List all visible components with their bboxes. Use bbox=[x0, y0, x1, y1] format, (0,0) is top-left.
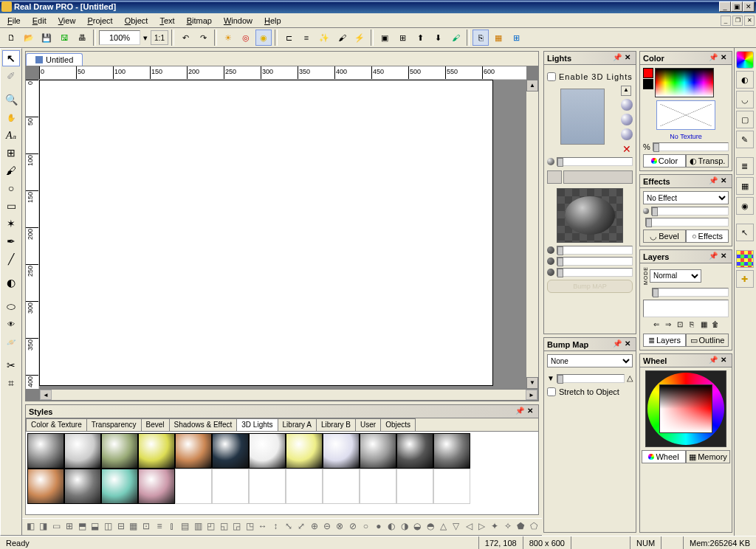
shape-preset[interactable]: ⬟ bbox=[515, 520, 526, 534]
save-copy-button[interactable] bbox=[56, 30, 72, 46]
shape-preset[interactable]: ⊗ bbox=[334, 520, 345, 534]
effect-slider-2[interactable] bbox=[645, 218, 729, 227]
style-swatch[interactable] bbox=[249, 433, 286, 469]
rtool-outline[interactable]: ✎ bbox=[736, 131, 754, 148]
pointer-tool[interactable] bbox=[2, 50, 20, 66]
styles-pin-icon[interactable]: 📌 bbox=[515, 407, 525, 417]
shape-preset[interactable]: ✧ bbox=[502, 520, 512, 534]
shape-preset[interactable]: ▭ bbox=[51, 520, 61, 534]
style-swatch[interactable] bbox=[175, 469, 212, 504]
shape-preset[interactable]: ▷ bbox=[476, 520, 487, 534]
menu-project[interactable]: Project bbox=[81, 15, 118, 27]
menu-text[interactable]: Text bbox=[154, 15, 180, 27]
shape-preset[interactable]: ◫ bbox=[103, 520, 113, 534]
menu-object[interactable]: Object bbox=[119, 15, 154, 27]
open-button[interactable] bbox=[21, 30, 37, 46]
color-close-icon[interactable]: ✕ bbox=[718, 53, 729, 63]
layers-tab-outline[interactable]: ▭Outline bbox=[686, 334, 729, 347]
group-button[interactable]: ▣ bbox=[377, 30, 393, 46]
hand-tool[interactable] bbox=[2, 109, 20, 125]
shape-preset[interactable]: ⫿ bbox=[167, 520, 177, 534]
shape-preset[interactable]: ◓ bbox=[425, 520, 436, 534]
material-slider-1[interactable] bbox=[557, 246, 633, 255]
effect-slider-1[interactable] bbox=[651, 207, 729, 215]
wand-button[interactable]: ✨ bbox=[316, 30, 332, 46]
effects-tab-effects[interactable]: ○Effects bbox=[686, 229, 729, 243]
redo-button[interactable] bbox=[195, 30, 211, 46]
document-tab[interactable]: Untitled bbox=[26, 53, 83, 66]
shape-preset[interactable]: ≡ bbox=[154, 520, 165, 534]
style-tab-user[interactable]: User bbox=[355, 418, 381, 431]
shape-preset[interactable]: ▤ bbox=[180, 520, 190, 534]
crop-tool[interactable] bbox=[2, 375, 20, 391]
table-tool[interactable]: ⊞ bbox=[2, 145, 20, 161]
light-2[interactable] bbox=[621, 114, 633, 125]
ellipse-tool[interactable] bbox=[2, 180, 20, 196]
brush-tool[interactable] bbox=[2, 162, 20, 179]
grid-toggle-button[interactable] bbox=[490, 30, 506, 46]
shape-preset[interactable]: ▥ bbox=[193, 520, 203, 534]
3d-tool[interactable] bbox=[2, 334, 20, 350]
light-3[interactable] bbox=[621, 128, 633, 140]
menu-edit[interactable]: Edit bbox=[27, 15, 52, 27]
style-swatch[interactable] bbox=[212, 433, 249, 469]
style-tab-objects[interactable]: Objects bbox=[380, 418, 416, 431]
align-left-button[interactable]: ⊏ bbox=[281, 30, 297, 46]
material-slider-2[interactable] bbox=[557, 257, 633, 266]
effects-pin-icon[interactable]: 📌 bbox=[708, 176, 718, 187]
shape-preset[interactable]: ▦ bbox=[128, 520, 139, 534]
wheel-close-icon[interactable]: ✕ bbox=[718, 356, 729, 366]
effect-select[interactable]: No Effect bbox=[643, 191, 729, 204]
shape-preset[interactable]: ◑ bbox=[399, 520, 410, 534]
bumpmap-close-icon[interactable]: ✕ bbox=[622, 339, 633, 350]
bump-map-button[interactable]: Bump MAP bbox=[547, 280, 633, 293]
minimize-button[interactable]: _ bbox=[719, 1, 731, 12]
shape-preset[interactable]: ◱ bbox=[219, 520, 229, 534]
rtool-layers[interactable]: ≣ bbox=[736, 157, 754, 175]
rtool-bevel[interactable]: ◡ bbox=[736, 91, 754, 108]
shape-preset[interactable]: ◰ bbox=[206, 520, 216, 534]
bumpmap-pin-icon[interactable]: 📌 bbox=[612, 339, 622, 350]
color-tab-transp[interactable]: ◐Transp. bbox=[686, 154, 729, 168]
menu-bitmap[interactable]: Bitmap bbox=[181, 15, 218, 27]
layer-pkg-icon[interactable]: ▦ bbox=[698, 320, 709, 331]
style-swatch[interactable] bbox=[138, 469, 175, 504]
shape-preset[interactable]: ◨ bbox=[38, 520, 48, 534]
delete-light-icon[interactable] bbox=[621, 143, 633, 155]
layer-down-button[interactable]: ⬇ bbox=[430, 30, 446, 46]
shape-preset[interactable]: ⊟ bbox=[115, 520, 126, 534]
light-toggle-button[interactable] bbox=[255, 30, 272, 46]
text-tool[interactable] bbox=[2, 127, 20, 143]
style-tab-bevel[interactable]: Bevel bbox=[141, 418, 170, 431]
layer-right-icon[interactable]: ⇒ bbox=[663, 320, 673, 331]
menu-window[interactable]: Window bbox=[218, 15, 258, 27]
scroll-left-button[interactable]: ◄ bbox=[40, 390, 52, 400]
layer-up-button[interactable]: ⬆ bbox=[412, 30, 428, 46]
mdi-minimize-button[interactable]: _ bbox=[721, 15, 731, 26]
color-spectrum[interactable] bbox=[655, 68, 714, 97]
blend-mode-select[interactable]: Normal bbox=[650, 269, 701, 283]
style-swatch[interactable] bbox=[433, 469, 470, 504]
rtool-styles[interactable]: ▦ bbox=[736, 177, 754, 195]
style-swatch[interactable] bbox=[433, 433, 470, 469]
rtool-lights[interactable]: ◉ bbox=[736, 197, 754, 215]
lights-close-icon[interactable]: ✕ bbox=[622, 53, 633, 63]
style-swatch[interactable] bbox=[396, 433, 433, 469]
maximize-button[interactable]: ▣ bbox=[731, 1, 743, 12]
material-slider-3[interactable] bbox=[557, 268, 633, 277]
canvas[interactable] bbox=[39, 80, 493, 386]
menu-help[interactable]: Help bbox=[258, 15, 287, 27]
gradient-tool[interactable] bbox=[2, 274, 20, 291]
effects-tab-bevel[interactable]: ◡Bevel bbox=[643, 229, 686, 243]
zoom-actual-button[interactable]: 1:1 bbox=[151, 30, 168, 45]
layer-list[interactable] bbox=[643, 300, 729, 317]
wheel-tab-memory[interactable]: ▦Memory bbox=[686, 450, 730, 463]
light-scroll-up[interactable]: ▲ bbox=[621, 86, 631, 96]
rectangle-tool[interactable] bbox=[2, 198, 20, 214]
toggle-a-button[interactable]: ◎ bbox=[238, 30, 254, 46]
shape-preset[interactable]: ◧ bbox=[25, 520, 35, 534]
style-tab-library-a[interactable]: Library A bbox=[278, 418, 317, 431]
color-swatch-bg[interactable] bbox=[643, 79, 653, 89]
style-tab--d-lights[interactable]: 3D Lights bbox=[236, 418, 278, 431]
star-tool[interactable] bbox=[2, 215, 20, 232]
